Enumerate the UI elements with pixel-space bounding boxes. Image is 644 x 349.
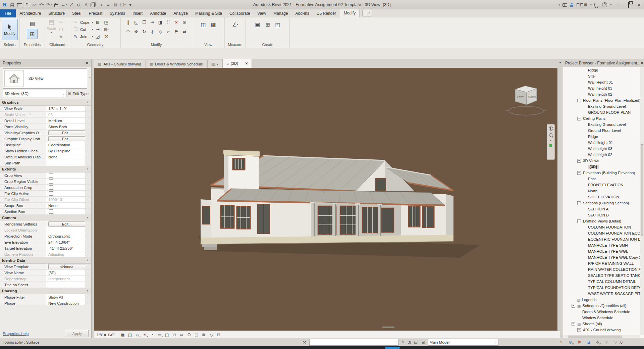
minimize-button[interactable]: – bbox=[614, 2, 622, 7]
detail-level-icon[interactable]: ▦ bbox=[120, 333, 125, 337]
property-row[interactable]: Scope BoxNone bbox=[0, 203, 91, 209]
tab-close-icon[interactable]: ✕ bbox=[245, 61, 248, 66]
tree-item[interactable]: COLUMN FOUNDATION bbox=[563, 224, 640, 230]
property-row[interactable]: Default Analysis Disp...None bbox=[0, 154, 91, 160]
tree-item[interactable]: −Sections (Building Section) bbox=[563, 200, 640, 206]
tree-expand-icon[interactable]: − bbox=[577, 99, 581, 102]
user-caret-icon[interactable]: ▾ bbox=[590, 3, 592, 6]
design-options-icon[interactable]: ▤ bbox=[413, 340, 419, 345]
offset-copy-icon[interactable]: ⇄ bbox=[181, 28, 188, 35]
select-links-icon[interactable]: ↖ bbox=[558, 340, 564, 345]
property-row[interactable]: Annotation Crop bbox=[0, 185, 91, 191]
tree-item[interactable]: Ground Floor Level bbox=[563, 128, 640, 134]
property-value[interactable]: Independent bbox=[46, 276, 85, 282]
join-button[interactable]: Join bbox=[80, 35, 91, 39]
trim-corner-icon[interactable]: ⌐ bbox=[165, 28, 172, 35]
legend-component-icon[interactable]: ▣ bbox=[253, 20, 262, 29]
worksets-dropdown[interactable]: ⌄ bbox=[309, 339, 398, 346]
temporary-view-properties-icon[interactable]: ▢ bbox=[194, 333, 199, 337]
tree-item[interactable]: FRONT ELEVATION bbox=[563, 182, 640, 188]
steering-wheel-icon[interactable] bbox=[549, 127, 553, 131]
print-icon[interactable] bbox=[53, 1, 60, 9]
tree-item[interactable]: SIDE ELEVATION bbox=[563, 194, 640, 200]
property-row[interactable]: View Name{3D} bbox=[0, 270, 91, 276]
measure-tool-icon[interactable]: ∠▾ bbox=[231, 20, 239, 29]
hidden-lines-icon[interactable]: ▦ bbox=[209, 20, 218, 29]
property-edit-button[interactable]: Edit... bbox=[48, 221, 85, 227]
crop-view-off-icon[interactable]: ▭ bbox=[157, 333, 162, 337]
panel-label-properties[interactable]: Properties bbox=[20, 42, 45, 48]
select-by-face-icon[interactable]: ◪ bbox=[586, 340, 591, 345]
property-value[interactable]: By Discipline bbox=[46, 148, 85, 154]
property-row[interactable]: Locked Orientation bbox=[0, 227, 91, 233]
tree-item[interactable]: SECTION B bbox=[563, 212, 640, 218]
joins-options-icon[interactable]: ⊟▾ bbox=[103, 26, 110, 33]
view-tab-a01-council-drawing[interactable]: ▥A01 - Council drawing bbox=[94, 60, 145, 68]
property-value[interactable]: {3D} bbox=[46, 270, 85, 276]
property-value[interactable]: None bbox=[46, 203, 85, 208]
tree-item[interactable]: WAST WATER SOAKAGE PIT bbox=[563, 291, 640, 297]
ribbon-tab-manage[interactable]: Manage bbox=[270, 9, 291, 17]
panel-label-select[interactable]: Select ▾ bbox=[0, 42, 19, 48]
select-pinned-icon[interactable]: ⚑ bbox=[577, 340, 582, 345]
ribbon-tab-analyze[interactable]: Analyze bbox=[170, 9, 192, 17]
property-value[interactable] bbox=[46, 172, 85, 178]
tree-expand-icon[interactable]: − bbox=[577, 171, 581, 175]
panel-label-measure[interactable]: Measure bbox=[225, 42, 246, 48]
copy-to-clipboard-icon[interactable]: ❐ bbox=[57, 26, 65, 33]
section-header-extents[interactable]: Extents∧ bbox=[0, 166, 91, 172]
section-header-camera[interactable]: Camera∧ bbox=[0, 215, 91, 221]
panel-collapse-icon[interactable]: ◂ bbox=[558, 3, 559, 6]
ribbon-tab-massing-site[interactable]: Massing & Site bbox=[192, 9, 226, 17]
property-row[interactable]: PhaseNew Construction bbox=[0, 300, 91, 305]
browser-collapse-strip[interactable]: ◂ bbox=[557, 59, 563, 338]
property-value[interactable]: 1/8" = 1'-0" bbox=[46, 106, 85, 111]
tree-item[interactable]: North bbox=[563, 188, 640, 194]
tree-item[interactable]: Doors & Windows Schedule bbox=[563, 309, 640, 315]
restore-button[interactable] bbox=[625, 2, 632, 7]
property-row[interactable]: DisciplineCoordination bbox=[0, 142, 91, 148]
ribbon-tab-insert[interactable]: Insert bbox=[129, 9, 146, 17]
beam-copings-icon[interactable]: ◳ bbox=[103, 19, 110, 26]
property-row[interactable]: Projection ModeOrthographic bbox=[0, 233, 91, 239]
tree-item[interactable]: MANHOLE TYPE WGL Copy 1 bbox=[563, 254, 640, 260]
view-tab--[interactable]: ▥- bbox=[207, 60, 222, 68]
reveal-hidden-elements-icon[interactable]: ʘ bbox=[186, 333, 192, 337]
tree-item[interactable]: ▤Legends bbox=[563, 297, 640, 303]
property-value[interactable]: Edit... bbox=[46, 136, 85, 142]
tree-item[interactable]: MANHOLE TYPE SMH bbox=[563, 242, 640, 248]
property-row[interactable]: Crop Region Visible bbox=[0, 179, 91, 185]
assembly-icon[interactable]: ◳ bbox=[273, 20, 282, 29]
property-row[interactable]: Title on Sheet bbox=[0, 282, 91, 288]
property-row[interactable]: DependencyIndependent bbox=[0, 276, 91, 282]
tree-expand-icon[interactable]: + bbox=[577, 328, 581, 332]
pin-icon[interactable]: ⚑ bbox=[173, 28, 180, 35]
tree-item[interactable]: RAIN WATER COLLECTION PIT bbox=[563, 266, 640, 272]
tree-expand-icon[interactable]: − bbox=[572, 322, 575, 326]
ribbon-tab-view[interactable]: View bbox=[254, 9, 270, 17]
property-row[interactable]: Detail LevelMedium bbox=[0, 118, 91, 124]
shadows-off-icon[interactable]: ☀ bbox=[142, 333, 148, 337]
view-tab-doors-windows-schedule[interactable]: ▦Doors & Windows Schedule bbox=[146, 60, 207, 68]
tree-expand-icon[interactable]: − bbox=[577, 159, 581, 163]
property-value[interactable]: 96 bbox=[46, 112, 85, 117]
navbar-green-icon[interactable] bbox=[549, 144, 552, 147]
property-value[interactable] bbox=[46, 185, 85, 190]
property-row[interactable]: View Scale1/8" = 1'-0" bbox=[0, 106, 91, 112]
tree-item[interactable]: TYPICAL FOUNDATION DETAI bbox=[563, 285, 640, 291]
property-checkbox[interactable] bbox=[49, 191, 53, 196]
tree-item[interactable]: −Drafting Views (Detail) bbox=[563, 218, 640, 224]
cope-button[interactable]: Cope bbox=[80, 20, 91, 24]
property-value[interactable]: Edit... bbox=[46, 130, 85, 136]
ribbon-tab-add-ins[interactable]: Add-Ins bbox=[291, 9, 313, 17]
project-browser-close-icon[interactable]: ✕ bbox=[640, 61, 644, 65]
search-icon[interactable] bbox=[562, 3, 567, 6]
property-value[interactable] bbox=[46, 209, 85, 214]
ribbon-tab-collaborate[interactable]: Collaborate bbox=[226, 9, 254, 17]
tree-item[interactable]: Ridge bbox=[563, 67, 640, 73]
tag-by-category-icon[interactable]: ⊙ bbox=[75, 1, 82, 9]
tree-expand-icon[interactable]: − bbox=[577, 201, 581, 205]
ribbon-display-toggle[interactable]: ▭▾ bbox=[362, 10, 372, 16]
property-checkbox[interactable] bbox=[49, 161, 53, 165]
property-edit-button[interactable]: Edit... bbox=[48, 136, 85, 141]
